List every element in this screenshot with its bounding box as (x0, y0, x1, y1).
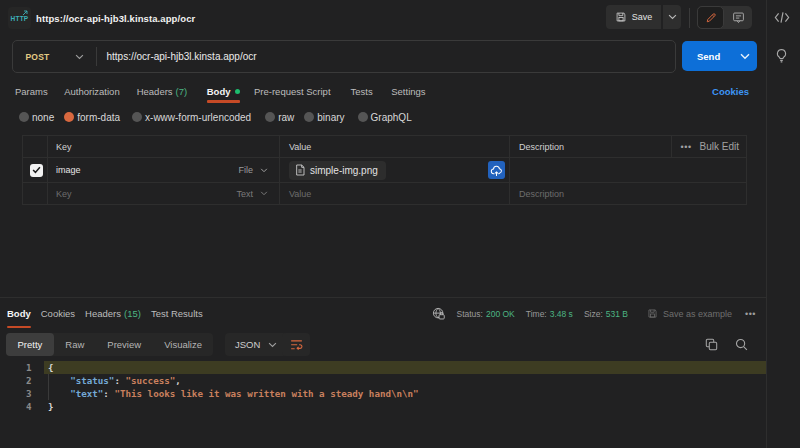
table-row: image File simple-img.png (23, 158, 746, 183)
tab-headers[interactable]: Headers(7) (137, 80, 188, 103)
more-options-icon[interactable]: ••• (681, 142, 692, 152)
row-checkbox-checked[interactable] (30, 164, 43, 177)
method-select[interactable]: POST (13, 52, 96, 62)
table-row-empty: Key Text Value Description (23, 183, 746, 205)
type-select-file[interactable]: File (238, 165, 279, 175)
save-button-label: Save (632, 12, 653, 22)
tab-tests[interactable]: Tests (351, 80, 373, 103)
time-label: Time: (526, 309, 547, 319)
arrow-up-right-icon (22, 10, 28, 16)
bulk-edit-button[interactable]: Bulk Edit (700, 141, 739, 152)
description-cell-empty[interactable]: Description (509, 183, 746, 204)
cloud-upload-icon (490, 164, 503, 177)
url-bar: POST https://ocr-api-hjb3l.kinsta.app/oc… (12, 40, 676, 73)
request-tabs: Params Authorization Headers(7) Body Pre… (0, 80, 766, 103)
view-pretty[interactable]: Pretty (6, 333, 54, 356)
radio-raw[interactable]: raw (265, 112, 294, 123)
wrap-text-button[interactable] (282, 333, 310, 356)
response-body-editor[interactable]: 1 { 2 "status": "success", 3 "text": "Th… (0, 361, 766, 448)
response-tab-headers[interactable]: Headers(15) (85, 298, 141, 329)
cookies-link[interactable]: Cookies (712, 80, 749, 103)
response-panel: Body Cookies Headers(15) Test Results St… (0, 297, 766, 448)
table-header-actions: ••• Bulk Edit (671, 136, 746, 157)
header-description: Description ••• Bulk Edit (509, 136, 746, 157)
code-snippet-icon[interactable] (774, 11, 790, 24)
type-select-text[interactable]: Text (236, 189, 279, 199)
edit-button[interactable] (697, 6, 724, 29)
postman-app: { "colors": { "accent_orange": "#c64a26"… (0, 0, 800, 448)
tab-pre-request-script[interactable]: Pre-request Script (254, 80, 331, 103)
description-cell[interactable] (509, 158, 746, 182)
header-key: Key (47, 136, 279, 157)
header-divider (689, 8, 690, 28)
time-value: 3.48 s (550, 309, 573, 319)
key-cell-empty[interactable]: Key Text (47, 183, 279, 204)
checkmark-icon (32, 166, 41, 174)
response-tab-cookies[interactable]: Cookies (41, 298, 75, 329)
network-info-icon[interactable] (432, 307, 445, 320)
size-value: 531 B (606, 309, 628, 319)
copy-icon[interactable] (705, 338, 718, 351)
right-sidebar (766, 0, 800, 448)
value-cell[interactable]: simple-img.png (279, 158, 509, 182)
url-input[interactable]: https://ocr-api-hjb3l.kinsta.app/ocr (97, 51, 257, 62)
tab-settings[interactable]: Settings (391, 80, 425, 103)
comment-button[interactable] (724, 11, 752, 24)
response-tab-body[interactable]: Body (7, 298, 31, 329)
save-options-button[interactable] (663, 5, 681, 29)
tab-body[interactable]: Body (207, 80, 241, 103)
floppy-disk-icon (615, 11, 627, 23)
method-label: POST (26, 52, 50, 62)
toolbar-right-icons (705, 333, 748, 356)
size-label: Size: (584, 309, 603, 319)
radio-circle (265, 112, 275, 122)
response-tabs: Body Cookies Headers(15) Test Results St… (0, 298, 766, 329)
send-button-label: Send (682, 51, 720, 62)
radio-circle-selected (64, 112, 74, 122)
header-checkbox-cell (23, 136, 47, 157)
send-button[interactable]: Send (682, 41, 757, 71)
file-icon (295, 164, 305, 176)
view-visualize[interactable]: Visualize (153, 333, 214, 356)
radio-graphql[interactable]: GraphQL (358, 112, 412, 123)
send-options-button[interactable] (740, 53, 758, 60)
upload-file-button[interactable] (488, 161, 505, 179)
request-panel: HTTP https://ocr-api-hjb3l.kinsta.app/oc… (0, 0, 766, 448)
code-line-4: 4 } (0, 400, 766, 413)
chevron-down-icon (75, 54, 84, 60)
row-checkbox-cell (23, 158, 47, 182)
radio-circle (358, 112, 368, 122)
response-meta: Status: 200 OK Time: 3.48 s Size: 531 B … (432, 298, 756, 329)
file-chip[interactable]: simple-img.png (289, 161, 386, 180)
save-button[interactable]: Save (606, 5, 661, 29)
response-tab-test-results[interactable]: Test Results (151, 298, 203, 329)
header-value: Value (279, 136, 509, 157)
tab-params[interactable]: Params (15, 80, 48, 103)
response-more-options[interactable]: ••• (745, 309, 756, 319)
radio-circle (132, 112, 142, 122)
chevron-down-icon (668, 14, 677, 20)
format-select[interactable]: JSON (225, 333, 287, 356)
row-checkbox-cell (23, 183, 47, 204)
chevron-down-icon (268, 342, 277, 348)
chevron-down-icon (740, 53, 750, 60)
tab-authorization[interactable]: Authorization (64, 80, 119, 103)
lightbulb-icon[interactable] (774, 48, 789, 63)
radio-circle (304, 112, 314, 122)
key-cell[interactable]: image File (47, 158, 279, 182)
code-line-1: 1 { (0, 361, 766, 374)
view-preview[interactable]: Preview (96, 333, 153, 356)
request-title: https://ocr-api-hjb3l.kinsta.app/ocr (36, 0, 195, 36)
view-raw[interactable]: Raw (54, 333, 96, 356)
code-line-3: 3 "text": "This looks like it was writte… (0, 387, 766, 400)
line-number: 4 (0, 400, 44, 413)
value-cell-empty[interactable]: Value (279, 183, 509, 204)
save-as-example-button[interactable]: Save as example (647, 308, 732, 319)
status-value: 200 OK (486, 309, 515, 319)
radio-binary[interactable]: binary (304, 112, 344, 123)
radio-none[interactable]: none (19, 112, 54, 123)
radio-x-www-form-urlencoded[interactable]: x-www-form-urlencoded (132, 112, 251, 123)
radio-form-data[interactable]: form-data (64, 112, 120, 123)
search-icon[interactable] (735, 338, 748, 351)
active-tab-underline (207, 100, 241, 103)
